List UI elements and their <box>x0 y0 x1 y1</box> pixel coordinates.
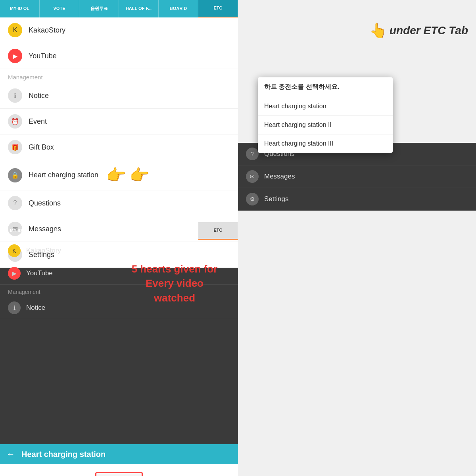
kakaostory-label-tl: KakaoStory <box>29 26 65 35</box>
list-item-kakaostory-tl[interactable]: K KakaoStory <box>0 17 238 43</box>
tab-myidol-tr[interactable]: MY·ID OL <box>0 222 40 240</box>
tab-myidol-tl[interactable]: MY·ID OL <box>0 0 40 17</box>
questions-label-tl: Questions <box>29 199 61 207</box>
list-item-messages-tr[interactable]: ✉ Messages <box>238 165 476 188</box>
settings-label-tr: Settings <box>264 195 288 203</box>
settings-icon-tr: ⚙ <box>246 193 259 205</box>
questions-icon-tr: ? <box>246 148 259 160</box>
video-thumbnail[interactable] <box>95 472 143 476</box>
heart-charging-label-tl: Heart charging station <box>29 171 98 179</box>
app-content-bl: ❤ × 5 5 다음 동영상 광고까지 남은시간 4:50 [와우박스 스토어팜… <box>0 464 238 476</box>
tab-etc-tr[interactable]: ETC <box>198 222 238 240</box>
hearts-annotation-line2: Every video watched <box>146 277 203 303</box>
list-item-questions-tl[interactable]: ? Questions <box>0 190 238 216</box>
dropdown-title: 하트 충전소를 선택하세요. <box>258 77 393 97</box>
dropdown-item-3[interactable]: Heart charging station III <box>258 134 393 153</box>
tab-hall-tl[interactable]: HALL OF F... <box>119 0 159 17</box>
dropdown-popup: 하트 충전소를 선택하세요. Heart charging station He… <box>258 77 393 153</box>
notice-label-tr: Notice <box>26 304 45 312</box>
dropdown-item-1[interactable]: Heart charging station <box>258 97 393 116</box>
tab-vote-tr[interactable]: VOTE <box>40 222 79 240</box>
heart-charging-icon-tl: 🔒 <box>8 168 22 182</box>
list-item-heart-charging-tl[interactable]: 🔒 Heart charging station 👉 👈 <box>0 160 238 190</box>
tr-menu-below-dropdown: ? Questions ✉ Messages ⚙ Settings <box>238 143 476 211</box>
pointing-left-icon-tl: 👈 <box>130 166 150 184</box>
youtube-icon-tr: ▶ <box>8 267 21 280</box>
section-management-tl: Management <box>0 69 238 83</box>
list-item-settings-tr[interactable]: ⚙ Settings <box>238 188 476 211</box>
finger-up-icon: 👆 <box>369 22 387 39</box>
tab-hall-tr[interactable]: HALL OF F... <box>119 222 159 240</box>
notice-label-tl: Notice <box>29 92 49 100</box>
questions-icon: ? <box>8 196 22 210</box>
messages-label-tr: Messages <box>264 173 295 180</box>
kakaostory-label-tr: KakaoStory <box>26 247 61 255</box>
back-button[interactable]: ← <box>6 449 15 459</box>
list-item-giftbox-tl[interactable]: 🎁 Gift Box <box>0 134 238 160</box>
kakaostory-icon: K <box>8 23 22 37</box>
annotation-label: under ETC Tab <box>390 24 468 37</box>
hearts-annotation: 5 hearts given for Every video watched <box>131 262 218 305</box>
nav-tabs-tl: MY·ID OL VOTE 음원투표 HALL OF F... BOAR D E… <box>0 0 238 17</box>
tab-board-tr[interactable]: BOAR D <box>159 222 198 240</box>
nav-tabs-tr: MY·ID OL VOTE 음원투표 HALL OF F... BOAR D E… <box>0 222 238 240</box>
giftbox-icon: 🎁 <box>8 140 22 154</box>
annotation-etc: 👆 under ETC Tab <box>369 22 468 39</box>
bottom-left-panel: ← Heart charging station ❤ × 5 5 다음 동영상 … <box>0 444 238 476</box>
notice-icon: ℹ <box>8 88 22 103</box>
messages-icon-tr: ✉ <box>246 170 259 183</box>
tab-eunwon-tl[interactable]: 음원투표 <box>79 0 119 17</box>
list-item-event-tl[interactable]: ⏰ Event <box>0 109 238 134</box>
tab-vote-tl[interactable]: VOTE <box>40 0 79 17</box>
youtube-label-tr: YouTube <box>26 269 53 277</box>
hearts-annotation-line1: 5 hearts given for <box>132 263 218 275</box>
tab-eunwon-tr[interactable]: 음원투표 <box>79 222 119 240</box>
pointing-right-icon-tl: 👉 <box>106 166 126 184</box>
giftbox-label-tl: Gift Box <box>29 143 54 152</box>
tab-board-tl[interactable]: BOAR D <box>159 0 198 17</box>
youtube-icon-tl: ▶ <box>8 49 22 63</box>
header-title-bl: Heart charging station <box>21 450 106 459</box>
top-left-panel: MY·ID OL VOTE 음원투표 HALL OF F... BOAR D E… <box>0 0 238 222</box>
youtube-label-tl: YouTube <box>29 52 57 60</box>
event-icon: ⏰ <box>8 114 22 129</box>
list-item-youtube-tl[interactable]: ▶ YouTube <box>0 43 238 69</box>
dropdown-item-2[interactable]: Heart charging station II <box>258 116 393 134</box>
list-item-notice-tl[interactable]: ℹ Notice <box>0 83 238 109</box>
app-header-bl: ← Heart charging station <box>0 444 238 464</box>
kakaostory-icon-tr: K <box>8 244 21 257</box>
notice-icon-tr: ℹ <box>8 301 21 314</box>
event-label-tl: Event <box>29 117 47 126</box>
tab-etc-tl[interactable]: ETC <box>198 0 238 17</box>
